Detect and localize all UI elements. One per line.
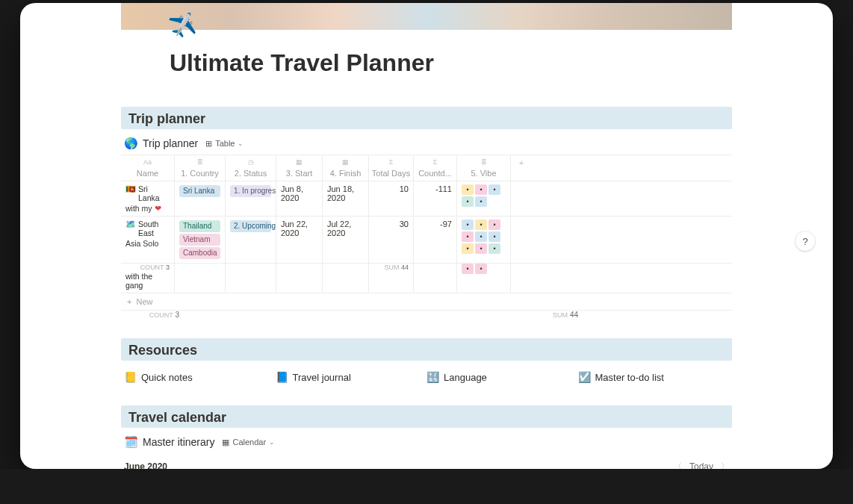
start-date: Jun 8, 2020 (276, 181, 323, 216)
finish-date: Jul 22, 2020 (323, 217, 369, 263)
count-value: 3 (166, 264, 170, 271)
row-name: Sri Lanka (138, 184, 170, 202)
vibe-chip: • (475, 220, 487, 230)
finish-date: Jun 18, 2020 (323, 181, 369, 216)
row-name-sub: with my ❤ (125, 204, 170, 213)
database-title[interactable]: Trip planner (143, 137, 198, 149)
country-tag: Sri Lanka (179, 185, 220, 197)
calendar-view-icon: ▦ (222, 438, 229, 447)
table-row[interactable]: 🇱🇰Sri Lankawith my ❤Sri Lanka1. In progr… (121, 181, 732, 217)
view-label: Calendar (232, 438, 266, 447)
total-days: 30 (369, 217, 414, 263)
col-total-days[interactable]: ΣTotal Days (369, 155, 414, 181)
table-header-row: AaName ≣1. Country ◷2. Status ▦3. Start … (121, 155, 732, 181)
vibe-chip: • (488, 220, 500, 230)
vibe-chip: • (462, 264, 474, 274)
sum-value: 44 (401, 264, 409, 271)
row-flag-icon: 🇱🇰 (125, 184, 136, 194)
resource-link[interactable]: 📘Travel journal (276, 371, 427, 383)
calendar-month: June 2020 (124, 461, 167, 470)
section-travel-calendar: Travel calendar (121, 405, 732, 428)
vibe-chip: • (475, 243, 487, 254)
vibe-chip: • (462, 243, 474, 254)
resource-label: Travel journal (293, 372, 351, 383)
view-switcher[interactable]: ⊞ Table ⌄ (202, 138, 246, 149)
count-label: COUNT (140, 264, 164, 271)
vibe-chip: • (462, 184, 474, 195)
resource-icon: 📒 (124, 371, 137, 383)
today-button[interactable]: Today (689, 461, 713, 470)
col-status[interactable]: ◷2. Status (226, 155, 276, 181)
section-trip-planner: Trip planner (121, 107, 732, 129)
country-tag: Thailand (179, 220, 220, 232)
resource-label: Quick notes (141, 372, 193, 383)
vibe-chip: • (462, 231, 474, 242)
col-finish[interactable]: ▦4. Finish (323, 155, 369, 181)
countdown: -97 (414, 217, 457, 263)
col-countdown[interactable]: ΣCountd... (414, 155, 457, 181)
page-icon: ✈️ (167, 10, 198, 41)
resource-link[interactable]: 📒Quick notes (124, 371, 276, 383)
start-date: Jun 22, 2020 (276, 217, 323, 263)
cover-image: ✈️ (121, 3, 732, 30)
vibe-chip: • (475, 231, 487, 242)
resource-label: Language (444, 372, 487, 383)
view-label: Table (215, 139, 235, 148)
vibe-chip: • (475, 196, 487, 207)
help-button[interactable]: ? (795, 231, 815, 251)
resource-icon: ☑️ (578, 371, 591, 383)
calendar-icon: 🗓️ (124, 435, 138, 449)
next-month-button[interactable]: 〉 (721, 461, 729, 469)
col-country[interactable]: ≣1. Country (175, 155, 226, 181)
trip-table: AaName ≣1. Country ◷2. Status ▦3. Start … (121, 155, 732, 320)
table-footer: COUNT 3 SUM 44 (121, 311, 732, 320)
table-icon: ⊞ (205, 139, 212, 149)
resource-label: Master to-do list (595, 372, 664, 383)
resource-link[interactable]: ☑️Master to-do list (578, 371, 730, 383)
col-name[interactable]: AaName (121, 155, 175, 181)
total-days: 10 (369, 181, 414, 216)
col-vibe[interactable]: ≣5. Vibe (457, 155, 511, 181)
sum-label: SUM (384, 264, 399, 271)
country-tag: Vietnam (179, 234, 220, 246)
vibe-chip: • (488, 184, 500, 195)
chevron-down-icon: ⌄ (269, 438, 275, 446)
add-column-button[interactable]: + (511, 155, 532, 181)
database-title[interactable]: Master itinerary (143, 436, 214, 448)
new-label: New (136, 297, 152, 306)
vibe-chip: • (462, 196, 474, 207)
new-row-button[interactable]: + New (121, 293, 732, 311)
globe-icon: 🌎 (124, 137, 138, 150)
countdown: -111 (414, 181, 457, 216)
vibe-chip: • (462, 220, 474, 230)
resource-icon: 📘 (276, 371, 288, 383)
row-flag-icon: 🗺️ (125, 220, 136, 229)
resource-link[interactable]: 🔣Language (426, 371, 578, 383)
row-name: South East (138, 220, 170, 237)
country-tag: Cambodia (179, 247, 220, 259)
vibe-chip: • (475, 184, 487, 195)
plus-icon: + (127, 297, 131, 306)
chevron-down-icon: ⌄ (238, 140, 244, 147)
status-tag: 2. Upcoming (230, 220, 271, 232)
vibe-chip: • (488, 243, 500, 254)
row-name-sub: Asia Solo (125, 239, 170, 248)
resource-icon: 🔣 (426, 371, 439, 383)
section-resources: Resources (121, 338, 732, 361)
view-switcher[interactable]: ▦ Calendar ⌄ (219, 437, 278, 448)
table-row[interactable]: 🗺️South EastAsia SoloThailandVietnamCamb… (121, 217, 732, 264)
vibe-chip: • (488, 231, 500, 242)
col-start[interactable]: ▦3. Start (276, 155, 323, 181)
status-tag: 1. In progress (230, 185, 271, 197)
table-row[interactable]: COUNT 3 with the gang SUM 44 •• (121, 264, 732, 293)
vibe-chip: • (475, 264, 487, 274)
row-name: with the gang (125, 272, 170, 290)
prev-month-button[interactable]: 〈 (674, 461, 682, 469)
page-title: Ultimate Travel Planner (170, 49, 833, 77)
